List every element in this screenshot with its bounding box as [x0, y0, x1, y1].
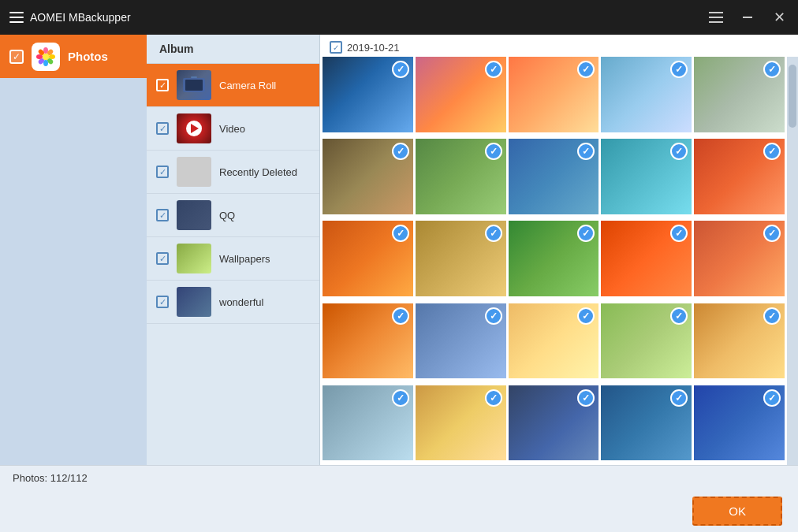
album-checkbox-wallpapers[interactable]: ✓ — [156, 252, 169, 265]
photos-sidebar-body — [0, 78, 147, 465]
scrollbar[interactable] — [787, 57, 798, 465]
minimize-button[interactable] — [738, 8, 757, 27]
date-header: ✓ 2019-10-21 — [320, 35, 798, 57]
album-name-wonderful: wonderful — [219, 296, 263, 308]
title-bar: AOMEI MBackupper ✕ — [0, 0, 798, 35]
status-bar: Photos: 112/112 — [0, 465, 798, 490]
photo-cell-25[interactable]: ✓ — [694, 385, 785, 461]
photo-cell-20[interactable]: ✓ — [694, 303, 785, 379]
photo-cell-4[interactable]: ✓ — [601, 57, 692, 132]
ok-button[interactable]: OK — [692, 497, 782, 526]
svg-rect-2 — [709, 21, 723, 23]
photo-check-25[interactable]: ✓ — [763, 389, 781, 407]
photo-cell-13[interactable]: ✓ — [509, 221, 599, 296]
album-checkbox-video[interactable]: ✓ — [156, 122, 169, 135]
photo-cell-12[interactable]: ✓ — [416, 221, 506, 296]
date-checkbox[interactable]: ✓ — [330, 41, 342, 54]
photo-cell-18[interactable]: ✓ — [509, 303, 599, 379]
photo-check-5[interactable]: ✓ — [763, 61, 781, 78]
album-name-qq: QQ — [219, 210, 235, 221]
photo-cell-3[interactable]: ✓ — [509, 57, 599, 132]
content-area: ✓ Photos — [0, 35, 798, 465]
album-item-wonderful[interactable]: ✓ wonderful — [147, 281, 319, 324]
album-checkbox-qq[interactable]: ✓ — [156, 209, 169, 221]
album-checkbox-recently-deleted[interactable]: ✓ — [156, 166, 169, 178]
photo-check-19[interactable]: ✓ — [670, 307, 688, 325]
album-item-video[interactable]: ✓ Video — [147, 107, 319, 151]
album-name-recently-deleted: Recently Deleted — [219, 166, 297, 178]
photo-check-16[interactable]: ✓ — [392, 307, 409, 325]
album-name-wallpapers: Wallpapers — [219, 253, 270, 265]
photo-cell-16[interactable]: ✓ — [323, 303, 413, 379]
svg-rect-1 — [709, 17, 723, 18]
album-item-recently-deleted[interactable]: ✓ Recently Deleted — [147, 151, 319, 194]
photo-cell-8[interactable]: ✓ — [509, 139, 599, 214]
photo-cell-1[interactable]: ✓ — [323, 57, 413, 132]
photos-checkbox[interactable]: ✓ — [9, 50, 24, 64]
album-thumb-wallpapers — [177, 244, 211, 273]
photo-cell-2[interactable]: ✓ — [416, 57, 506, 132]
album-item-camera-roll[interactable]: ✓ Camera Roll — [147, 64, 319, 107]
photo-cell-9[interactable]: ✓ — [601, 139, 692, 214]
photo-cell-23[interactable]: ✓ — [509, 385, 599, 461]
photo-check-7[interactable]: ✓ — [485, 143, 502, 160]
svg-rect-0 — [709, 12, 723, 13]
photo-cell-11[interactable]: ✓ — [323, 221, 413, 296]
album-checkbox-camera-roll[interactable]: ✓ — [156, 79, 169, 91]
title-bar-left: AOMEI MBackupper — [9, 11, 131, 24]
svg-point-12 — [43, 54, 49, 60]
photo-cell-17[interactable]: ✓ — [416, 303, 506, 379]
albums-panel: Album ✓ Camera Roll ✓ — [147, 35, 320, 465]
svg-point-6 — [49, 54, 55, 59]
photo-check-22[interactable]: ✓ — [485, 389, 502, 407]
photo-cell-21[interactable]: ✓ — [323, 385, 413, 461]
svg-point-8 — [43, 60, 48, 66]
album-name-camera-roll: Camera Roll — [219, 80, 276, 91]
photo-check-20[interactable]: ✓ — [763, 307, 781, 325]
photo-check-6[interactable]: ✓ — [392, 143, 409, 160]
svg-rect-15 — [191, 76, 197, 78]
photo-cell-19[interactable]: ✓ — [601, 303, 692, 379]
album-item-wallpapers[interactable]: ✓ Wallpapers — [147, 237, 319, 281]
photos-app-icon — [32, 43, 60, 71]
photo-cell-10[interactable]: ✓ — [694, 139, 785, 214]
photos-label: Photos — [68, 50, 108, 63]
photo-cell-24[interactable]: ✓ — [601, 385, 692, 461]
app-icon — [9, 12, 24, 23]
photo-cell-7[interactable]: ✓ — [416, 139, 506, 214]
photo-check-1[interactable]: ✓ — [392, 61, 409, 78]
app-title: AOMEI MBackupper — [30, 11, 131, 24]
photo-grid: ✓✓✓✓✓✓✓✓✓✓✓✓✓✓✓✓✓✓✓✓✓✓✓✓✓ — [320, 57, 787, 465]
photo-check-12[interactable]: ✓ — [485, 225, 502, 242]
scrollbar-thumb[interactable] — [789, 65, 796, 128]
ok-area: OK — [0, 490, 798, 532]
photo-check-24[interactable]: ✓ — [670, 389, 688, 407]
status-text: Photos: 112/112 — [13, 472, 88, 484]
photo-check-21[interactable]: ✓ — [392, 389, 409, 407]
menu-button[interactable] — [707, 8, 725, 27]
photo-cell-6[interactable]: ✓ — [323, 139, 413, 214]
album-item-qq[interactable]: ✓ QQ — [147, 194, 319, 237]
photo-cell-15[interactable]: ✓ — [694, 221, 785, 296]
album-thumb-video — [177, 113, 211, 143]
photo-cell-14[interactable]: ✓ — [601, 221, 692, 296]
photos-sidebar: ✓ Photos — [0, 35, 147, 465]
photo-check-17[interactable]: ✓ — [485, 307, 502, 325]
album-thumb-recently-deleted — [177, 157, 211, 187]
photo-check-18[interactable]: ✓ — [577, 307, 595, 325]
album-thumb-camera-roll — [177, 70, 211, 100]
photo-check-2[interactable]: ✓ — [485, 61, 502, 78]
photo-cell-22[interactable]: ✓ — [416, 385, 506, 461]
photo-cell-5[interactable]: ✓ — [694, 57, 785, 132]
svg-rect-14 — [185, 80, 203, 91]
album-thumb-wonderful — [177, 287, 211, 317]
album-checkbox-wonderful[interactable]: ✓ — [156, 296, 169, 308]
svg-point-4 — [43, 47, 48, 54]
date-label: 2019-10-21 — [347, 42, 400, 54]
svg-point-10 — [36, 54, 43, 59]
close-button[interactable]: ✕ — [770, 8, 789, 27]
photos-header[interactable]: ✓ Photos — [0, 35, 147, 78]
albums-header: Album — [147, 35, 319, 64]
photo-grid-area: ✓ 2019-10-21 ✓✓✓✓✓✓✓✓✓✓✓✓✓✓✓✓✓✓✓✓✓✓✓✓✓ — [320, 35, 798, 465]
album-name-video: Video — [219, 123, 245, 135]
